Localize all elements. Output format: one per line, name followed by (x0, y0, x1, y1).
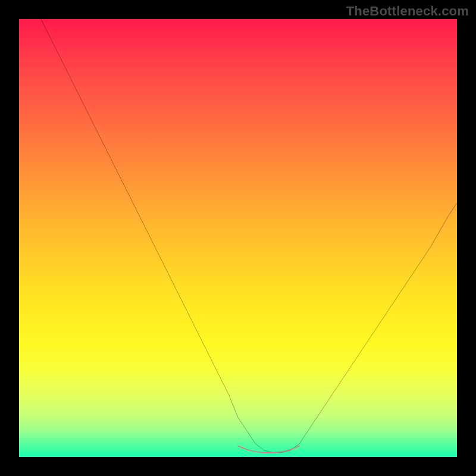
curve-line (41, 19, 457, 453)
chart-frame: TheBottleneck.com (0, 0, 476, 476)
plot-area (19, 19, 457, 457)
chart-svg (19, 19, 457, 457)
watermark-label: TheBottleneck.com (346, 4, 469, 19)
valley-marker (238, 446, 299, 453)
